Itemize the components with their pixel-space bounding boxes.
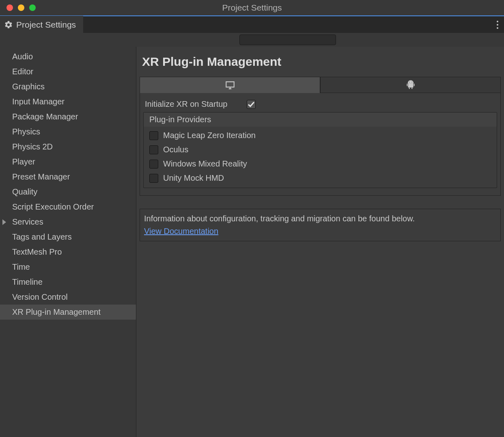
tab-kebab-menu[interactable]	[497, 21, 498, 29]
caret-right-icon	[2, 219, 6, 225]
tab-project-settings[interactable]: Project Settings	[0, 16, 83, 33]
init-xr-checkbox[interactable]	[247, 100, 256, 109]
sidebar-item-timeline[interactable]: Timeline	[0, 275, 136, 290]
android-icon	[405, 80, 416, 90]
sidebar-item-label: Editor	[12, 66, 33, 78]
sidebar-item-label: Quality	[12, 186, 37, 198]
sidebar-item-label: Preset Manager	[12, 171, 70, 183]
sidebar-item-label: Tags and Layers	[12, 231, 72, 243]
svg-rect-3	[407, 84, 407, 87]
provider-row: Unity Mock HMD	[149, 173, 491, 183]
sidebar-item-input-manager[interactable]: Input Manager	[0, 94, 136, 109]
svg-point-8	[411, 82, 412, 82]
platform-tab-android[interactable]	[320, 77, 501, 93]
sidebar-item-label: Physics 2D	[12, 141, 53, 153]
provider-row: Windows Mixed Reality	[149, 159, 491, 169]
provider-label: Magic Leap Zero Iteration	[163, 131, 256, 140]
sidebar-item-preset-manager[interactable]: Preset Manager	[0, 169, 136, 184]
sidebar-item-graphics[interactable]: Graphics	[0, 79, 136, 94]
sidebar-item-label: Script Execution Order	[12, 201, 94, 213]
window-title: Project Settings	[222, 3, 282, 13]
page-title: XR Plug-in Management	[136, 47, 504, 77]
sidebar-item-label: Graphics	[12, 81, 45, 93]
sidebar-item-version-control[interactable]: Version Control	[0, 290, 136, 305]
platform-panel: Initialize XR on Startup Plug-in Provide…	[140, 93, 501, 196]
maximize-window-button[interactable]	[29, 4, 36, 11]
sidebar-item-label: Package Manager	[12, 111, 78, 123]
svg-point-7	[409, 82, 409, 82]
svg-rect-2	[408, 84, 413, 88]
sidebar: AudioEditorGraphicsInput ManagerPackage …	[0, 47, 136, 437]
provider-checkbox[interactable]	[149, 131, 158, 140]
svg-rect-6	[411, 88, 412, 89]
sidebar-item-label: Version Control	[12, 291, 68, 303]
sidebar-item-label: Services	[12, 216, 43, 228]
sidebar-item-package-manager[interactable]: Package Manager	[0, 109, 136, 124]
minimize-window-button[interactable]	[18, 4, 24, 11]
titlebar: Project Settings	[0, 0, 504, 15]
sidebar-item-time[interactable]: Time	[0, 260, 136, 275]
platform-tab-desktop[interactable]	[140, 77, 320, 93]
provider-checkbox[interactable]	[149, 145, 158, 154]
view-documentation-link[interactable]: View Documentation	[144, 227, 218, 236]
providers-title: Plug-in Providers	[144, 112, 497, 127]
init-xr-label: Initialize XR on Startup	[145, 100, 227, 109]
sidebar-item-tags-and-layers[interactable]: Tags and Layers	[0, 229, 136, 244]
sidebar-item-label: Timeline	[12, 276, 43, 288]
sidebar-item-script-execution-order[interactable]: Script Execution Order	[0, 199, 136, 214]
provider-label: Oculus	[163, 145, 188, 154]
sidebar-item-editor[interactable]: Editor	[0, 64, 136, 79]
sidebar-item-physics[interactable]: Physics	[0, 124, 136, 139]
sidebar-item-audio[interactable]: Audio	[0, 49, 136, 64]
sidebar-item-services[interactable]: Services	[0, 214, 136, 229]
search-row	[0, 33, 504, 47]
platform-tabs	[140, 77, 501, 93]
provider-checkbox[interactable]	[149, 174, 158, 183]
sidebar-item-physics-2d[interactable]: Physics 2D	[0, 139, 136, 154]
info-text: Information about configuration, trackin…	[144, 212, 496, 225]
sidebar-item-label: TextMesh Pro	[12, 246, 62, 258]
provider-label: Unity Mock HMD	[163, 173, 224, 183]
providers-box: Plug-in Providers Magic Leap Zero Iterat…	[143, 112, 497, 188]
desktop-icon	[225, 80, 235, 91]
provider-checkbox[interactable]	[149, 160, 158, 169]
sidebar-item-label: Player	[12, 156, 35, 168]
sidebar-item-label: Input Manager	[12, 96, 65, 108]
traffic-lights	[0, 4, 36, 11]
main-panel: XR Plug-in Management Initialize XR on S…	[136, 47, 504, 437]
sidebar-item-label: Physics	[12, 126, 40, 138]
gear-icon	[4, 20, 13, 29]
provider-row: Oculus	[149, 145, 491, 154]
tab-label: Project Settings	[16, 20, 76, 30]
provider-row: Magic Leap Zero Iteration	[149, 131, 491, 140]
close-window-button[interactable]	[6, 4, 13, 11]
sidebar-item-player[interactable]: Player	[0, 154, 136, 169]
sidebar-item-label: Time	[12, 261, 30, 273]
sidebar-item-quality[interactable]: Quality	[0, 184, 136, 199]
svg-rect-4	[414, 84, 414, 87]
info-box: Information about configuration, trackin…	[140, 209, 501, 241]
tabs-row: Project Settings	[0, 15, 504, 33]
search-input[interactable]	[239, 35, 336, 45]
sidebar-item-textmesh-pro[interactable]: TextMesh Pro	[0, 244, 136, 260]
sidebar-item-label: XR Plug-in Management	[12, 306, 101, 318]
sidebar-item-xr-plug-in-management[interactable]: XR Plug-in Management	[0, 305, 136, 320]
sidebar-item-label: Audio	[12, 51, 33, 63]
svg-rect-5	[409, 88, 409, 89]
provider-label: Windows Mixed Reality	[163, 159, 247, 169]
